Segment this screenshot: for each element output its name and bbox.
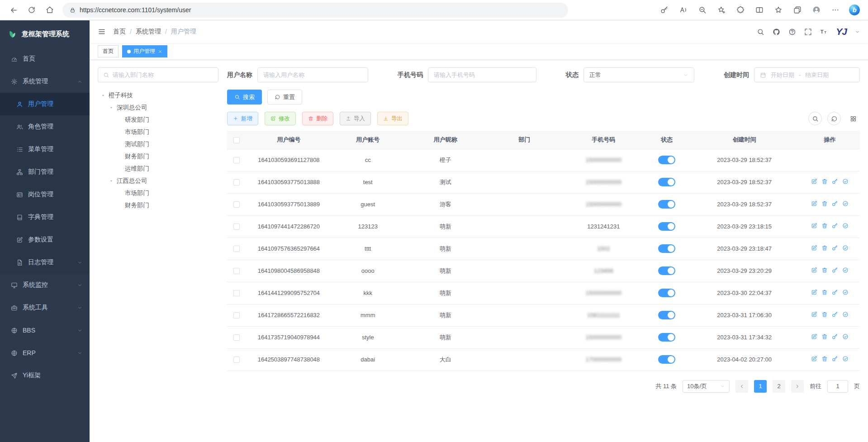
zoom-out-icon[interactable] [695, 3, 710, 17]
key-icon[interactable] [657, 3, 672, 17]
assign-role-icon[interactable] [842, 311, 849, 318]
edit-row-icon[interactable] [811, 356, 817, 362]
delete-row-icon[interactable] [821, 223, 828, 229]
hamburger-icon[interactable] [98, 28, 106, 36]
tab-home[interactable]: 首页 [98, 45, 119, 57]
reset-password-icon[interactable] [832, 200, 838, 207]
row-checkbox[interactable] [233, 201, 240, 208]
split-screen-icon[interactable] [752, 3, 767, 17]
app-logo[interactable]: 意框架管理系统 [0, 20, 90, 48]
row-checkbox[interactable] [233, 179, 240, 185]
delete-row-icon[interactable] [821, 289, 828, 295]
sidebar-item-dict-mgmt[interactable]: 字典管理 [0, 206, 90, 228]
import-button[interactable]: 导入 [340, 112, 371, 125]
sidebar-item-log-mgmt[interactable]: 日志管理 [0, 251, 90, 274]
add-button[interactable]: 新增 [227, 112, 258, 125]
assign-role-icon[interactable] [842, 333, 849, 340]
breadcrumb-home[interactable]: 首页 [113, 28, 126, 36]
status-toggle[interactable] [658, 156, 675, 164]
copilot-icon[interactable]: b [847, 3, 862, 17]
fullscreen-icon[interactable] [804, 28, 812, 36]
status-toggle[interactable] [658, 333, 675, 342]
reset-password-icon[interactable] [832, 223, 838, 229]
read-aloud-icon[interactable] [676, 3, 691, 17]
assign-role-icon[interactable] [842, 178, 849, 185]
row-checkbox[interactable] [233, 334, 240, 341]
row-checkbox[interactable] [233, 157, 240, 163]
extension-icon[interactable] [733, 3, 748, 17]
chevron-down-icon[interactable] [855, 29, 860, 34]
status-toggle[interactable] [658, 355, 675, 364]
sidebar-item-user-mgmt[interactable]: 用户管理 [0, 93, 90, 115]
reset-password-icon[interactable] [832, 289, 838, 295]
sidebar-item-post-mgmt[interactable]: 岗位管理 [0, 183, 90, 206]
tree-node[interactable]: 橙子科技 [98, 89, 218, 101]
assign-role-icon[interactable] [842, 223, 849, 229]
close-icon[interactable] [158, 49, 162, 54]
reset-password-icon[interactable] [832, 356, 838, 362]
status-toggle[interactable] [658, 222, 675, 231]
reset-password-icon[interactable] [832, 267, 838, 273]
row-checkbox[interactable] [233, 223, 240, 230]
favorites-bar-icon[interactable] [771, 3, 786, 17]
edit-row-icon[interactable] [811, 333, 817, 340]
tree-node[interactable]: 市场部门 [98, 187, 218, 199]
collections-icon[interactable] [790, 3, 805, 17]
delete-row-icon[interactable] [821, 200, 828, 207]
page-button-2[interactable]: 2 [773, 380, 785, 393]
sidebar-item-param-settings[interactable]: 参数设置 [0, 228, 90, 251]
tree-node[interactable]: 江西总公司 [98, 175, 218, 187]
dept-search-box[interactable] [98, 67, 218, 82]
page-size-select[interactable]: 10条/页 [683, 380, 730, 393]
sidebar-item-yi-framework[interactable]: Yi框架 [0, 364, 90, 387]
search-icon[interactable] [757, 28, 764, 36]
tree-node[interactable]: 财务部门 [98, 150, 218, 162]
delete-row-icon[interactable] [821, 267, 828, 273]
reset-password-icon[interactable] [832, 245, 838, 251]
edit-row-icon[interactable] [811, 178, 817, 185]
page-button-1[interactable]: 1 [754, 380, 767, 393]
tree-node[interactable]: 研发部门 [98, 114, 218, 126]
edit-row-icon[interactable] [811, 289, 817, 295]
row-checkbox[interactable] [233, 356, 240, 363]
goto-page-input[interactable] [827, 380, 848, 393]
reload-icon[interactable] [24, 3, 39, 17]
edit-row-icon[interactable] [811, 223, 817, 229]
row-checkbox[interactable] [233, 312, 240, 318]
assign-role-icon[interactable] [842, 200, 849, 207]
row-checkbox[interactable] [233, 246, 240, 252]
reset-button[interactable]: 重置 [267, 90, 302, 105]
back-icon[interactable] [6, 3, 21, 17]
prev-page-button[interactable] [735, 380, 748, 393]
sidebar-item-erp[interactable]: ERP [0, 342, 90, 364]
edit-row-icon[interactable] [811, 245, 817, 251]
delete-row-icon[interactable] [821, 245, 828, 251]
status-toggle[interactable] [658, 289, 675, 297]
github-icon[interactable] [773, 28, 780, 36]
font-size-icon[interactable]: TT [820, 28, 828, 36]
assign-role-icon[interactable] [842, 289, 849, 295]
sidebar-item-system-tools[interactable]: 系统工具 [0, 296, 90, 319]
tree-node[interactable]: 深圳总公司 [98, 101, 218, 114]
delete-row-icon[interactable] [821, 333, 828, 340]
edit-row-icon[interactable] [811, 311, 817, 318]
assign-role-icon[interactable] [842, 267, 849, 273]
favorite-add-icon[interactable] [714, 3, 729, 17]
edit-row-icon[interactable] [811, 200, 817, 207]
delete-row-icon[interactable] [821, 311, 828, 318]
refresh-icon-button[interactable] [827, 112, 841, 125]
delete-row-icon[interactable] [821, 178, 828, 185]
status-toggle[interactable] [658, 200, 675, 209]
sidebar-item-home[interactable]: 首页 [0, 48, 90, 70]
reset-password-icon[interactable] [832, 311, 838, 318]
more-icon[interactable] [828, 3, 843, 17]
edit-row-icon[interactable] [811, 267, 817, 273]
username-field[interactable] [263, 71, 362, 78]
next-page-button[interactable] [791, 380, 804, 393]
status-toggle[interactable] [658, 266, 675, 275]
username-input[interactable] [257, 67, 368, 82]
grid-icon-button[interactable] [846, 112, 860, 125]
reset-password-icon[interactable] [832, 333, 838, 340]
delete-row-icon[interactable] [821, 356, 828, 362]
dept-search-input[interactable] [113, 71, 213, 78]
